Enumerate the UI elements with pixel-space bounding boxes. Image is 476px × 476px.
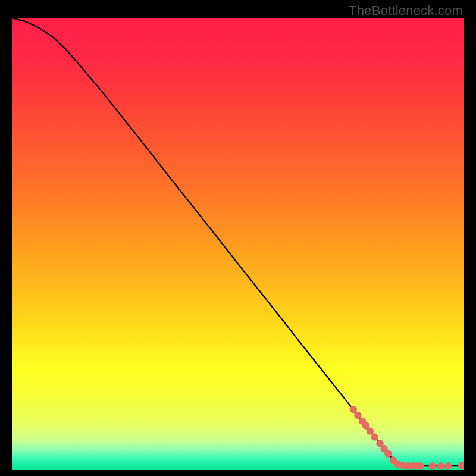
data-point: [444, 462, 452, 469]
data-point: [371, 433, 378, 440]
plot-area: [12, 18, 464, 470]
data-point: [354, 412, 361, 419]
data-point: [367, 427, 374, 434]
chart-svg: [12, 18, 464, 470]
data-point: [384, 450, 392, 457]
data-point: [437, 462, 444, 469]
gradient-background: [12, 18, 464, 470]
watermark-text: TheBottleneck.com: [349, 3, 463, 18]
chart-stage: TheBottleneck.com: [0, 0, 476, 476]
data-point: [350, 406, 357, 413]
data-point: [429, 462, 436, 469]
data-point: [416, 462, 424, 469]
